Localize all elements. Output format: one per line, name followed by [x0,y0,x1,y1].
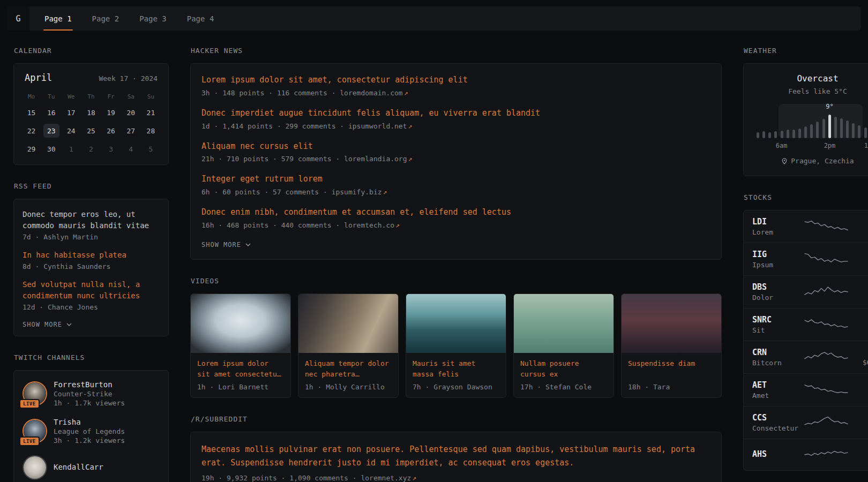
video-card[interactable]: Lorem ipsum dolor sit amet consectetu… 1… [190,293,291,398]
stock-row[interactable]: SNRC Sit +1.36% $148.64 [744,308,868,341]
location-pin-icon [781,157,788,165]
weather-bar [846,120,849,138]
stock-id: AET Amet [752,380,804,400]
video-card[interactable]: Nullam posuere cursus ex 17h · Stefan Co… [513,293,614,398]
twitch-channel-meta: 3h · 1.2k viewers [54,436,125,445]
stock-values: +1.36% $148.64 [849,315,868,334]
stock-values: +4.35% $795.18 [849,217,868,236]
hacker-news-item-title[interactable]: Integer eget rutrum lorem [201,174,710,185]
subreddit-post-meta: 19h · 9,932 points · 1,090 comments · lo… [201,474,710,482]
nav-tab[interactable]: Page 4 [186,6,215,31]
video-meta: 17h · Stefan Cole [520,383,607,391]
weather-section-title: WEATHER [744,47,868,55]
nav-tab-label: Page 2 [92,14,119,23]
weather-card: Overcast Feels like 5°C 9° 6am2pm10pm Pr… [743,63,868,176]
video-card[interactable]: Mauris sit amet massa felis 7h · Grayson… [406,293,506,398]
weather-feels-like: Feels like 5°C [753,87,868,95]
calendar-day: 27 [121,124,141,138]
weather-bar [781,131,783,138]
twitch-section-title: TWITCH CHANNELS [14,353,169,362]
twitch-avatar-wrap [23,455,47,480]
video-card-body: Lorem ipsum dolor sit amet consectetu… 1… [191,353,290,397]
nav-tab[interactable]: Page 2 [91,6,121,31]
calendar-day: 15 [21,106,41,119]
stock-name: Dolor [752,293,804,302]
stock-values: -1.00% $66,171.48 [849,348,868,366]
videos-widget: VIDEOS Lorem ipsum dolor sit amet consec… [190,277,722,398]
nav-tab[interactable]: Page 1 [43,6,73,31]
stock-change: +0.51% [849,413,868,422]
calendar-day: 19 [101,106,121,119]
stock-price: $165.84 [849,424,868,432]
calendar-day: 20 [121,106,141,119]
stock-row[interactable]: AET Amet +0.92% $499.72 [744,373,868,406]
stock-row[interactable]: DBS Dolor +1.42% $156.28 [744,275,868,308]
hacker-news-item-domain[interactable]: loremdomain.com [340,89,402,97]
hacker-news-item-title[interactable]: Donec enim nibh, condimentum et accumsan… [201,207,710,219]
hacker-news-item-domain[interactable]: ipsumify.biz [332,188,382,196]
video-card[interactable]: Suspendisse diam 18h · Tara [621,293,722,398]
external-link-icon: ↗ [404,89,408,97]
weather-time-label: 2pm [824,142,836,149]
stock-change: +4.35% [849,217,868,226]
weather-bar [768,132,771,138]
hacker-news-item-domain[interactable]: loremlandia.org [344,155,407,163]
calendar-day: 23 [43,124,59,138]
subreddit-section-title: /R/SUBREDDIT [191,415,722,423]
twitch-card: LIVE ForrestBurton Counter-Strike 1h · 1… [13,370,169,482]
calendar-day-header: Fr [101,92,121,101]
dashboard-layout: CALENDAR April Week 17 · 2024 MoTuWeThFr… [0,31,868,482]
video-thumbnail [622,294,721,353]
stock-row[interactable]: CCS Consectetur +0.51% $165.84 [744,406,868,439]
stock-row[interactable]: IIG Ipsum +2.84% $42.04 [744,243,868,275]
hacker-news-item: Aliquam nec cursus elit 21h · 710 points… [201,141,710,163]
rss-item-title[interactable]: In hac habitasse platea [23,250,160,261]
stock-price: $499.72 [849,391,868,399]
nav-tab[interactable]: Page 3 [138,6,168,31]
hacker-news-item-domain[interactable]: loremtech.co [344,221,394,229]
calendar-day: 24 [61,124,81,138]
calendar-day: 17 [61,106,81,119]
weather-bar [816,122,819,138]
subreddit-post-domain[interactable]: loremnet.xyz [361,474,411,482]
hacker-news-widget: HACKER NEWS Lorem ipsum dolor sit amet, … [190,47,722,260]
hacker-news-item-title[interactable]: Donec imperdiet augue tincidunt felis al… [201,108,710,119]
hacker-news-item-title[interactable]: Aliquam nec cursus elit [201,141,710,153]
twitch-channel-row[interactable]: KendallCarr [23,455,160,480]
subreddit-post-title[interactable]: Maecenas mollis pulvinar erat non posuer… [201,443,710,470]
stock-row[interactable]: AHS +0.46% [744,439,868,470]
rss-item-title[interactable]: Sed volutpat nulla nisl, a condimentum n… [23,279,160,302]
stock-sparkline [804,415,849,431]
twitch-channel-meta: 1h · 1.7k viewers [54,399,125,407]
twitch-avatar-wrap: LIVE [23,381,47,406]
stock-id: DBS Dolor [752,282,804,302]
stock-change: +1.36% [849,315,868,324]
stock-sparkline [804,317,849,333]
weather-condition: Overcast [753,73,868,84]
rss-show-more-button[interactable]: SHOW MORE [23,321,72,328]
stock-row[interactable]: CRN Bitcorn -1.00% $66,171.48 [744,341,868,373]
stock-sparkline [804,447,849,463]
twitch-channel-row[interactable]: LIVE ForrestBurton Counter-Strike 1h · 1… [23,380,160,407]
weather-bar [792,130,795,138]
weather-bar [840,118,843,138]
stock-price: $42.04 [849,260,868,268]
hacker-news-item-meta: 21h · 710 points · 579 comments · loreml… [201,155,710,163]
stock-row[interactable]: LDI Lorem +4.35% $795.18 [744,210,868,243]
hacker-news-list: Lorem ipsum dolor sit amet, consectetur … [201,74,710,229]
video-card[interactable]: Aliquam tempor dolor nec pharetra… 1h · … [298,293,399,398]
rss-item-title[interactable]: Donec tempor eros leo, ut commodo mauris… [23,209,160,231]
hacker-news-show-more-button[interactable]: SHOW MORE [201,241,251,248]
hacker-news-item-domain[interactable]: ipsumworld.net [348,122,407,130]
video-thumbnail [514,294,613,353]
calendar-day-header: We [61,92,81,101]
calendar-day: 16 [41,106,61,119]
stock-sparkline [804,382,849,398]
twitch-channel-row[interactable]: LIVE Trisha League of Legends 3h · 1.2k … [23,418,160,445]
weather-time-label: 6am [776,142,788,149]
avatar [24,456,46,479]
weather-bar [834,117,837,138]
stocks-card: LDI Lorem +4.35% $795.18 IIG Ipsum +2.84… [743,210,868,471]
hacker-news-item-title[interactable]: Lorem ipsum dolor sit amet, consectetur … [201,74,710,86]
video-card-body: Suspendisse diam 18h · Tara [622,353,721,397]
